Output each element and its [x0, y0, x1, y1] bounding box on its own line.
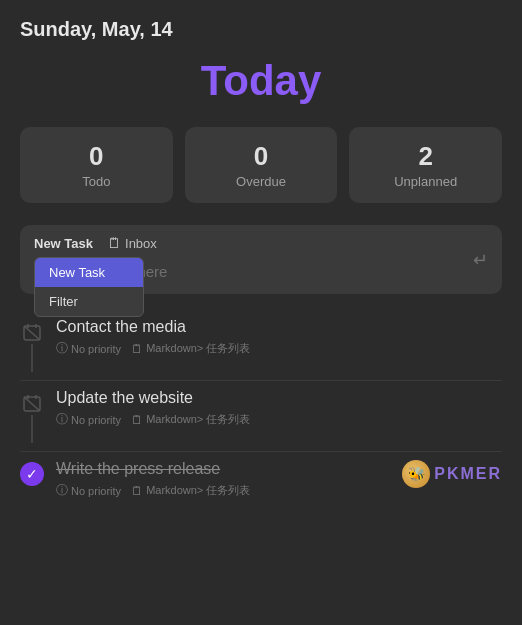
priority-label-2: No priority: [71, 414, 121, 426]
priority-label-3: No priority: [71, 485, 121, 497]
info-icon-2: ⓘ: [56, 411, 68, 428]
task-tabs: New Task 🗒 Inbox: [34, 235, 488, 251]
task-checkbox-2[interactable]: [20, 391, 44, 415]
source-meta-2: 🗒 Markdown> 任务列表: [131, 412, 250, 427]
task-meta-3: ⓘ No priority 🗒 Markdown> 任务列表: [56, 482, 390, 499]
watermark: 🐝 PKMER: [402, 460, 502, 488]
priority-meta-3: ⓘ No priority: [56, 482, 121, 499]
connector-line: [31, 344, 33, 372]
svg-line-1: [24, 326, 40, 340]
dropdown-filter[interactable]: Filter: [35, 287, 143, 316]
stats-row: 0 Todo 0 Overdue 2 Unplanned: [0, 127, 522, 203]
file-icon-3: 🗒: [131, 484, 143, 498]
enter-icon: ↵: [473, 249, 488, 271]
dropdown-new-task[interactable]: New Task: [35, 258, 143, 287]
task-input-area[interactable]: New Task 🗒 Inbox New Task Filter Add you…: [20, 225, 502, 294]
connector-line-2: [31, 415, 33, 443]
file-icon-2: 🗒: [131, 413, 143, 427]
pkmer-text: PKMER: [434, 465, 502, 483]
task-content-2: Update the website ⓘ No priority 🗒 Markd…: [56, 389, 502, 428]
tab-new-task[interactable]: New Task: [34, 236, 93, 251]
info-icon-1: ⓘ: [56, 340, 68, 357]
source-label-3: Markdown> 任务列表: [146, 483, 250, 498]
task-meta-2: ⓘ No priority 🗒 Markdown> 任务列表: [56, 411, 502, 428]
source-label-2: Markdown> 任务列表: [146, 412, 250, 427]
list-item: Contact the media ⓘ No priority 🗒 Markdo…: [20, 310, 502, 381]
source-meta-1: 🗒 Markdown> 任务列表: [131, 341, 250, 356]
header: Sunday, May, 14: [0, 0, 522, 47]
dropdown-menu: New Task Filter: [34, 257, 144, 317]
task-list: Contact the media ⓘ No priority 🗒 Markdo…: [0, 294, 522, 507]
priority-label-1: No priority: [71, 343, 121, 355]
source-meta-3: 🗒 Markdown> 任务列表: [131, 483, 250, 498]
task-title-3: Write the press release: [56, 460, 390, 478]
todo-count: 0: [30, 141, 163, 172]
overdue-count: 0: [195, 141, 328, 172]
calendar-off-icon-2: [21, 392, 43, 414]
new-task-label: New Task: [34, 236, 93, 251]
unplanned-count: 2: [359, 141, 492, 172]
todo-stat: 0 Todo: [20, 127, 173, 203]
source-label-1: Markdown> 任务列表: [146, 341, 250, 356]
task-title-1: Contact the media: [56, 318, 502, 336]
svg-line-5: [24, 397, 40, 411]
overdue-stat: 0 Overdue: [185, 127, 338, 203]
todo-label: Todo: [30, 174, 163, 189]
task-checkbox-3[interactable]: ✓: [20, 462, 44, 486]
pkmer-logo: 🐝: [402, 460, 430, 488]
list-item: ✓ Write the press release ⓘ No priority …: [20, 452, 502, 507]
priority-meta-2: ⓘ No priority: [56, 411, 121, 428]
task-checkbox-1[interactable]: [20, 320, 44, 344]
priority-meta-1: ⓘ No priority: [56, 340, 121, 357]
inbox-label: Inbox: [125, 236, 157, 251]
calendar-off-icon: [21, 321, 43, 343]
inbox-icon: 🗒: [107, 235, 121, 251]
page-title: Today: [0, 47, 522, 127]
list-item: Update the website ⓘ No priority 🗒 Markd…: [20, 381, 502, 452]
unplanned-label: Unplanned: [359, 174, 492, 189]
check-icon: ✓: [26, 466, 38, 482]
task-meta-1: ⓘ No priority 🗒 Markdown> 任务列表: [56, 340, 502, 357]
task-title-2: Update the website: [56, 389, 502, 407]
unplanned-stat: 2 Unplanned: [349, 127, 502, 203]
file-icon-1: 🗒: [131, 342, 143, 356]
info-icon-3: ⓘ: [56, 482, 68, 499]
tab-inbox[interactable]: 🗒 Inbox: [107, 235, 157, 251]
overdue-label: Overdue: [195, 174, 328, 189]
task-content-1: Contact the media ⓘ No priority 🗒 Markdo…: [56, 318, 502, 357]
date-label: Sunday, May, 14: [20, 18, 173, 40]
task-content-3: Write the press release ⓘ No priority 🗒 …: [56, 460, 390, 499]
